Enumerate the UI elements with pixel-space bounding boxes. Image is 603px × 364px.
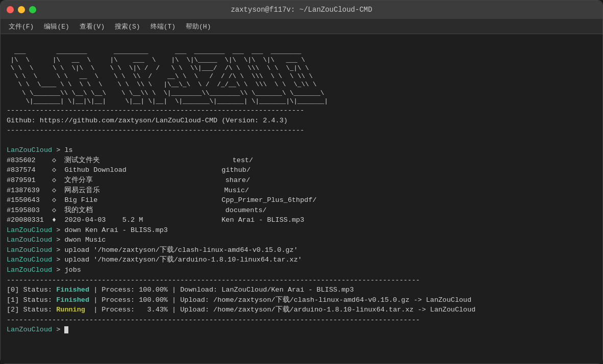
github-line: Github: https://github.com/zaxtyson/LanZ… bbox=[7, 116, 596, 126]
menu-view[interactable]: 查看(V) bbox=[76, 21, 109, 32]
window-controls bbox=[7, 6, 36, 13]
command-jobs: LanZouCloud > jobs bbox=[7, 265, 596, 275]
ls-entry-0: #835602 ◇ 测试文件夹 test/ bbox=[7, 155, 596, 166]
maximize-button[interactable] bbox=[29, 6, 36, 13]
command-dwon: LanZouCloud > dwon Music bbox=[7, 235, 596, 245]
command-upload-1: LanZouCloud > upload '/home/zaxtyson/下载/… bbox=[7, 245, 596, 255]
ls-entry-2: #879591 ◇ 文件分享 share/ bbox=[7, 175, 596, 186]
bottom-separator: ----------------------------------------… bbox=[7, 315, 596, 325]
ascii-art: ___ ________ _________ ___ ________ ___ … bbox=[7, 39, 596, 106]
ls-entry-4: #1550643 ◇ Big File Cpp_Primer_Plus_6thp… bbox=[7, 195, 596, 205]
job-0-status: Finished bbox=[56, 286, 89, 294]
menu-edit[interactable]: 编辑(E) bbox=[40, 21, 73, 32]
ls-entry-6: #20080331 ♦ 2020-04-03 5.2 M Ken Arai - … bbox=[7, 215, 596, 225]
job-1: [1] Status: Finished | Process: 100.00% … bbox=[7, 295, 596, 305]
final-prompt-text: LanZouCloud bbox=[7, 326, 52, 333]
ls-entry-3: #1387639 ◇ 网易云音乐 Music/ bbox=[7, 186, 596, 196]
menubar: 文件(F) 编辑(E) 查看(V) 搜索(S) 终端(T) 帮助(H) bbox=[1, 19, 602, 34]
command-down: LanZouCloud > down Ken Arai - BLISS.mp3 bbox=[7, 225, 596, 236]
separator-top: ----------------------------------------… bbox=[7, 106, 596, 116]
menu-file[interactable]: 文件(F) bbox=[5, 21, 38, 32]
ls-entry-1: #837574 ◇ Github Download github/ bbox=[7, 165, 596, 175]
titlebar: zaxtyson@f117v: ~/LanZouCloud-CMD bbox=[1, 1, 602, 19]
terminal-output[interactable]: ___ ________ _________ ___ ________ ___ … bbox=[1, 34, 602, 363]
job-2-status: Running bbox=[56, 306, 85, 314]
separator-bottom: ----------------------------------------… bbox=[7, 125, 596, 136]
job-0: [0] Status: Finished | Process: 100.00% … bbox=[7, 285, 596, 295]
minimize-button[interactable] bbox=[18, 6, 25, 13]
menu-terminal[interactable]: 终端(T) bbox=[146, 21, 180, 32]
cursor bbox=[64, 326, 68, 333]
close-button[interactable] bbox=[7, 6, 14, 13]
final-prompt-line: LanZouCloud > bbox=[7, 325, 596, 335]
jobs-separator: ----------------------------------------… bbox=[7, 275, 596, 285]
ls-entry-5: #1595803 ◇ 我的文档 documents/ bbox=[7, 205, 596, 216]
terminal-window: zaxtyson@f117v: ~/LanZouCloud-CMD 文件(F) … bbox=[0, 0, 603, 364]
menu-help[interactable]: 帮助(H) bbox=[182, 21, 215, 32]
window-title: zaxtyson@f117v: ~/LanZouCloud-CMD bbox=[231, 6, 372, 14]
job-2: [2] Status: Running | Process: 3.43% | U… bbox=[7, 305, 596, 315]
job-1-status: Finished bbox=[56, 296, 89, 304]
menu-search[interactable]: 搜索(S) bbox=[111, 21, 144, 32]
command-ls: LanZouCloud > ls bbox=[7, 145, 596, 155]
command-upload-2: LanZouCloud > upload '/home/zaxtyson/下载/… bbox=[7, 255, 596, 265]
